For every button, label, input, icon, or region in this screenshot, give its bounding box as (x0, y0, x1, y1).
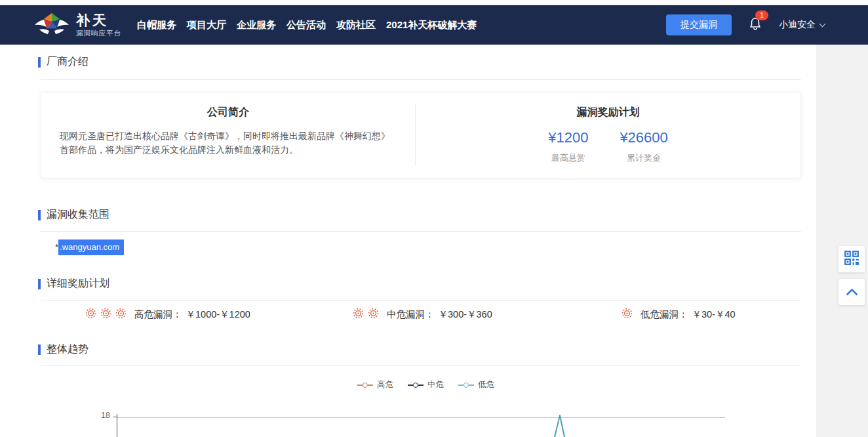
legend-item-low[interactable]: 低危 (458, 379, 494, 390)
chevron-down-icon (819, 20, 826, 27)
reward-level-medium: 中危漏洞： ￥300-￥360 (353, 308, 492, 321)
chevron-up-icon (846, 288, 858, 300)
menu-item-contest[interactable]: 2021补天杯破解大赛 (386, 19, 477, 31)
section-reward-detail: 详细奖励计划 (38, 277, 109, 291)
stat-value: ¥26600 (620, 129, 667, 146)
line-marker-icon (458, 383, 474, 388)
top-navbar: 补天 漏洞响应平台 白帽服务 项目大厅 企业服务 公告活动 攻防社区 2021补… (0, 5, 868, 45)
menu-item-community[interactable]: 攻防社区 (336, 19, 376, 31)
chart-legend: 高危 中危 低危 (357, 379, 494, 390)
notification-bell[interactable]: 1 (749, 16, 762, 33)
section-accent-bar (38, 279, 41, 289)
y-axis-line (117, 414, 117, 437)
y-axis-tick-label: 18 (92, 411, 110, 420)
reward-level-low: 低危漏洞： ￥30-￥40 (621, 308, 736, 321)
qr-code-icon (844, 250, 859, 268)
divider (41, 365, 801, 366)
user-menu[interactable]: 小迪安全 (779, 19, 825, 31)
stat-total-bounty: ¥26600 累计奖金 (620, 129, 667, 164)
scope-domain: *.wangyuan.com (55, 242, 124, 252)
section-accent-bar (38, 57, 41, 68)
reward-range: ￥30-￥40 (692, 308, 736, 321)
stat-max-bounty: ¥1200 最高悬赏 (548, 129, 588, 164)
reward-range: ￥300-￥360 (439, 308, 492, 321)
section-title-text: 详细奖励计划 (47, 277, 109, 291)
butian-wings-icon (34, 9, 69, 41)
main-menu: 白帽服务 项目大厅 企业服务 公告活动 攻防社区 2021补天杯破解大赛 (137, 19, 477, 31)
navbar-right: 提交漏洞 1 小迪安全 (666, 14, 825, 35)
section-scope: 漏洞收集范围 (38, 208, 109, 222)
divider (41, 231, 801, 232)
legend-label: 高危 (377, 379, 393, 390)
line-series-spike (551, 413, 570, 437)
reward-plan-title: 漏洞奖励计划 (429, 106, 787, 119)
username: 小迪安全 (779, 19, 816, 31)
reward-range: ￥1000-￥1200 (186, 308, 250, 321)
qr-code-button[interactable] (838, 246, 865, 272)
divider (41, 300, 801, 301)
reward-level-high: 高危漏洞： ￥1000-￥1200 (85, 308, 250, 321)
line-marker-icon (408, 383, 424, 388)
section-accent-bar (38, 210, 41, 220)
reward-levels-row: 高危漏洞： ￥1000-￥1200 中危漏洞： ￥300-￥360 低危漏洞： … (0, 308, 816, 325)
section-title-text: 漏洞收集范围 (47, 208, 109, 222)
logo-subtitle: 漏洞响应平台 (76, 30, 121, 37)
back-to-top-button[interactable] (838, 279, 865, 305)
legend-label: 中危 (427, 379, 444, 390)
section-title-text: 整体趋势 (47, 343, 89, 356)
section-title-text: 厂商介绍 (47, 55, 89, 69)
reward-severity-label: 高危漏洞： (134, 308, 182, 321)
menu-item-announcements[interactable]: 公告活动 (286, 19, 326, 31)
chart-gridline (117, 417, 725, 418)
bug-icon (368, 308, 379, 321)
line-marker-icon (357, 383, 373, 388)
butian-logo[interactable]: 补天 漏洞响应平台 (34, 9, 121, 41)
legend-item-high[interactable]: 高危 (357, 379, 393, 390)
reward-severity-label: 低危漏洞： (641, 308, 688, 321)
section-vendor-intro: 厂商介绍 (38, 55, 89, 69)
menu-item-projects[interactable]: 项目大厅 (187, 19, 226, 31)
bug-icon (85, 308, 96, 321)
bug-icon (115, 308, 127, 321)
menu-item-enterprise[interactable]: 企业服务 (237, 19, 276, 31)
bug-icon (100, 308, 111, 321)
stat-label: 累计奖金 (620, 152, 667, 164)
right-page-gutter (816, 45, 868, 437)
company-profile-panel: 公司简介 现网元圣唐已打造出核心品牌《古剑奇谭》，同时即将推出最新品牌《神舞幻想… (41, 93, 415, 178)
legend-label: 低危 (478, 379, 494, 390)
bug-icon (621, 308, 633, 321)
bug-icon (353, 308, 364, 321)
stat-label: 最高悬赏 (548, 152, 588, 164)
menu-item-whitehat[interactable]: 白帽服务 (137, 19, 176, 31)
company-profile-title: 公司简介 (60, 106, 397, 119)
legend-item-medium[interactable]: 中危 (408, 379, 444, 390)
submit-vulnerability-button[interactable]: 提交漏洞 (666, 14, 732, 35)
company-card: 公司简介 现网元圣唐已打造出核心品牌《古剑奇谭》，同时即将推出最新品牌《神舞幻想… (41, 92, 801, 178)
section-trend: 整体趋势 (38, 343, 89, 356)
notification-count-badge: 1 (755, 10, 768, 20)
scope-selected-text: .wangyuan.com (58, 239, 124, 255)
reward-plan-panel: 漏洞奖励计划 ¥1200 最高悬赏 ¥26600 累计奖金 (416, 93, 800, 178)
stat-value: ¥1200 (548, 129, 588, 146)
reward-severity-label: 中危漏洞： (387, 308, 435, 321)
browser-top-edge (0, 0, 868, 5)
logo-title: 补天 (76, 12, 121, 28)
section-accent-bar (38, 344, 41, 355)
divider (41, 79, 801, 80)
company-profile-text: 现网元圣唐已打造出核心品牌《古剑奇谭》，同时即将推出最新品牌《神舞幻想》首部作品… (60, 129, 397, 157)
